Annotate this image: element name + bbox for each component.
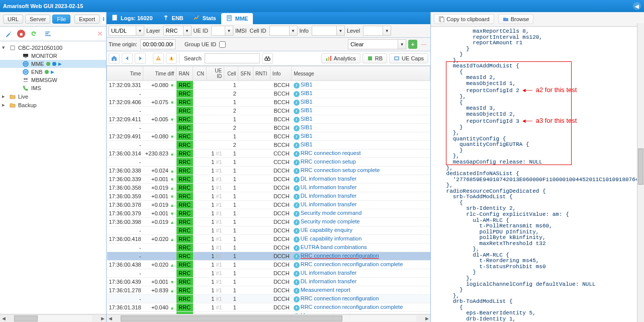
message-link[interactable]: SIB1: [301, 99, 313, 105]
tab-mme[interactable]: MME: [221, 13, 253, 24]
column-header[interactable]: Cell: [224, 66, 238, 81]
table-row[interactable]: 17:36:00.418+0.020 ▲RRC1 #11DCCHiUE capa…: [107, 235, 430, 244]
uldl-trigger[interactable]: ▼: [136, 26, 144, 36]
table-row[interactable]: 17:36:00.314+230.823 ▲RRC1 #11CCCHiRRC c…: [107, 149, 430, 158]
table-row[interactable]: 17:37:16.518+75.200 ▲RRC1 #11DCCHiMeasur…: [107, 312, 430, 314]
tree-node[interactable]: ▸Backup: [0, 101, 106, 109]
message-link[interactable]: RRC connection setup: [301, 158, 356, 165]
message-link[interactable]: RRC connection reconfiguration complete: [301, 261, 403, 267]
column-header[interactable]: Time: [107, 66, 143, 81]
message-link[interactable]: SIB1: [301, 124, 313, 130]
ueid-combo[interactable]: [211, 26, 225, 36]
table-row[interactable]: - RRC2BCCHiSIB1: [107, 124, 430, 132]
message-link[interactable]: RRC connection reconfiguration: [301, 253, 379, 259]
file-button[interactable]: File: [52, 15, 70, 24]
ueid-trigger[interactable]: ▼: [225, 26, 233, 36]
table-row[interactable]: - RRC2BCCHiSIB1: [107, 107, 430, 115]
remove-filter-button[interactable]: —: [419, 40, 428, 49]
time-origin-input[interactable]: [140, 39, 175, 49]
message-link[interactable]: UE capability enquiry: [301, 227, 352, 233]
message-link[interactable]: UL information transfer: [301, 270, 356, 276]
collapse-icon[interactable]: ◀: [633, 2, 641, 10]
expand-icon[interactable]: ▾: [2, 44, 7, 51]
column-header[interactable]: RNTI: [253, 66, 270, 81]
table-row[interactable]: 17:36:01.318+0.040 ▲RRC1 #11DCCHiRRC con…: [107, 303, 430, 312]
export-button[interactable]: Export: [74, 15, 100, 24]
detail-vscrollbar[interactable]: [637, 23, 644, 322]
tree-node[interactable]: ▾CBC-2021050100: [0, 43, 106, 52]
message-link[interactable]: Security mode complete: [301, 218, 360, 224]
table-row[interactable]: 17:36:00.378+0.019 ▲RRC1 #11DCCHiUL info…: [107, 201, 430, 209]
export-settings-icon[interactable]: ▲▼: [102, 14, 106, 24]
message-link[interactable]: SIB1: [301, 90, 313, 96]
message-link[interactable]: SIB1: [301, 107, 313, 113]
message-link[interactable]: SIB1: [301, 116, 313, 122]
table-row[interactable]: - RRC1 #11DCCHiRRC connection reconfigur…: [107, 295, 430, 303]
code-viewer[interactable]: maxReportCells 8, reportInterval ms120, …: [431, 27, 644, 322]
table-row[interactable]: 17:32:09.491+0.080 ▼RRC1BCCHiSIB1: [107, 132, 430, 141]
cellid-combo[interactable]: [269, 26, 290, 36]
uecaps-button[interactable]: UE Caps: [389, 53, 428, 63]
table-row[interactable]: 17:36:00.398+0.019 ▲RRC1 #11DCCHiSecurit…: [107, 218, 430, 226]
message-link[interactable]: RRC connection setup complete: [301, 167, 380, 173]
table-row[interactable]: 17:36:00.359+0.001 ▼RRC1 #11DCCHiDL info…: [107, 192, 430, 201]
sidebar-hscrollbar[interactable]: ◀▶: [0, 314, 106, 322]
column-header[interactable]: RAN: [176, 66, 193, 81]
layer-combo[interactable]: [163, 26, 183, 36]
message-link[interactable]: DL information transfer: [301, 278, 356, 284]
message-link[interactable]: DL information transfer: [301, 176, 356, 182]
clear-trigger[interactable]: ▼: [398, 39, 406, 49]
alert-icon[interactable]: [166, 53, 177, 64]
rb-button[interactable]: RB: [362, 53, 387, 63]
message-link[interactable]: Measurement report: [301, 312, 350, 314]
group-ueid-checkbox[interactable]: [219, 41, 226, 48]
column-header[interactable]: Time diff: [143, 66, 176, 81]
message-link[interactable]: SIB1: [301, 133, 313, 139]
message-link[interactable]: SIB1: [301, 82, 313, 88]
message-link[interactable]: UL information transfer: [301, 184, 356, 190]
wand-icon[interactable]: [3, 29, 14, 39]
table-row[interactable]: 17:32:09.406+0.075 ▼RRC1BCCHiSIB1: [107, 98, 430, 107]
level-combo[interactable]: [363, 26, 383, 36]
column-header[interactable]: UE ID: [207, 66, 224, 81]
cellid-trigger[interactable]: ▼: [290, 26, 298, 36]
tree-node[interactable]: ENB ▶: [0, 68, 106, 76]
message-link[interactable]: RRC connection reconfiguration complete: [301, 304, 403, 310]
table-row[interactable]: 17:36:00.379+0.001 ▼RRC1 #11DCCHiSecurit…: [107, 209, 430, 218]
table-row[interactable]: 17:36:00.439+0.001 ▼RRC1 #11DCCHiDL info…: [107, 278, 430, 286]
table-row[interactable]: - RRC1 #11DCCHiRRC connection reconfigur…: [107, 252, 430, 261]
tab-stats[interactable]: Stats: [189, 13, 221, 24]
table-row[interactable]: 17:36:00.339+0.001 ▼RRC1 #11DCCHiDL info…: [107, 175, 430, 184]
server-button[interactable]: Server: [25, 15, 50, 24]
message-link[interactable]: RRC connection reconfiguration: [301, 295, 379, 301]
clear-combo[interactable]: [348, 39, 398, 49]
close-icon[interactable]: ✕: [97, 30, 103, 38]
search-input[interactable]: [205, 53, 260, 63]
copy-clipboard-button[interactable]: Copy to clipboard: [434, 14, 494, 24]
nav-next-button[interactable]: [135, 53, 146, 64]
table-row[interactable]: - RRC1 #11DCCHiUE capability enquiry: [107, 226, 430, 235]
table-row[interactable]: - RRC1 #11DCCHiUL information transfer: [107, 269, 430, 278]
analytics-button[interactable]: Analytics: [321, 53, 360, 63]
info-trigger[interactable]: ▼: [337, 26, 345, 36]
column-header[interactable]: Info: [270, 66, 292, 81]
table-row[interactable]: - RRC1 #11CCCHiRRC connection setup: [107, 158, 430, 167]
warning-icon[interactable]: [153, 53, 164, 64]
message-link[interactable]: UE capability information: [301, 235, 362, 242]
layer-trigger[interactable]: ▼: [183, 26, 192, 36]
column-header[interactable]: SFN: [238, 66, 253, 81]
stop-icon[interactable]: ■: [17, 30, 25, 38]
message-link[interactable]: Security mode command: [301, 210, 362, 216]
add-filter-button[interactable]: +: [408, 40, 417, 49]
uldl-combo[interactable]: [109, 26, 136, 36]
log-grid[interactable]: TimeTime diffRANCNUE IDCellSFNRNTIInfoMe…: [107, 66, 430, 314]
table-row[interactable]: - RRC2BCCHiSIB1: [107, 141, 430, 149]
nav-home-button[interactable]: [109, 53, 120, 64]
tab-logs-16020[interactable]: Logs: 16020: [107, 13, 158, 24]
message-link[interactable]: Measurement report: [301, 287, 350, 293]
table-row[interactable]: 17:36:00.338+0.024 ▲RRC1 #11DCCHiRRC con…: [107, 167, 430, 175]
expand-icon[interactable]: ▸: [2, 93, 7, 100]
info-combo[interactable]: [312, 26, 337, 36]
message-link[interactable]: UL information transfer: [301, 201, 356, 207]
browse-button[interactable]: Browse: [498, 14, 534, 24]
